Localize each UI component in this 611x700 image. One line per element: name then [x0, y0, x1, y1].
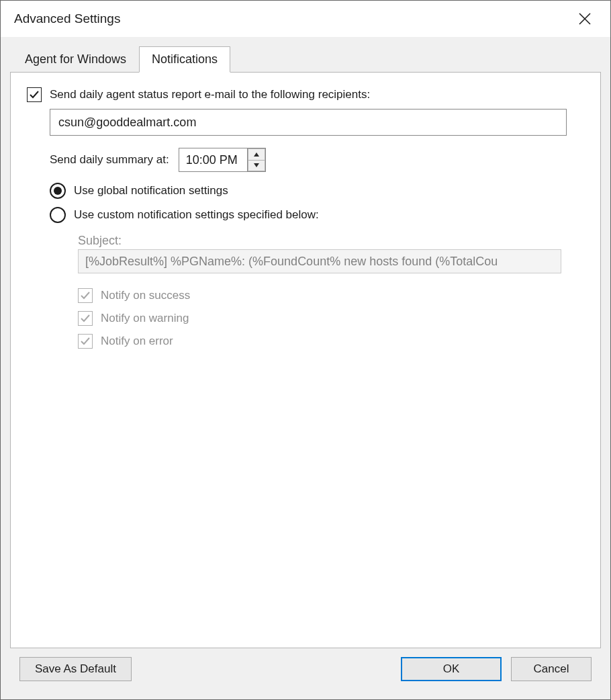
send-report-checkbox[interactable] — [27, 87, 42, 102]
subject-label: Subject: — [78, 234, 584, 248]
radio-custom-label: Use custom notification settings specifi… — [74, 208, 319, 222]
spinner-buttons — [248, 148, 265, 171]
window-title: Advanced Settings — [14, 11, 120, 26]
summary-time-label: Send daily summary at: — [50, 153, 169, 167]
spinner-down-button[interactable] — [248, 160, 265, 172]
send-report-label: Send daily agent status report e-mail to… — [50, 88, 370, 101]
radio-custom-row: Use custom notification settings specifi… — [50, 207, 584, 223]
chevron-up-icon — [254, 152, 259, 157]
cancel-button[interactable]: Cancel — [511, 657, 592, 681]
notify-warning-row: Notify on warning — [78, 311, 584, 326]
chevron-down-icon — [254, 163, 259, 167]
check-icon — [29, 89, 40, 100]
close-icon — [579, 13, 591, 25]
summary-time-spinner[interactable]: 10:00 PM — [179, 148, 266, 172]
notify-warning-checkbox — [78, 311, 93, 326]
content-area: Agent for Windows Notifications Send dai… — [1, 37, 610, 699]
spinner-up-button[interactable] — [248, 148, 265, 160]
titlebar: Advanced Settings — [1, 1, 610, 37]
check-icon — [80, 290, 91, 301]
close-button[interactable] — [571, 5, 598, 32]
dialog-window: Advanced Settings Agent for Windows Noti… — [0, 0, 611, 700]
notifications-panel: Send daily agent status report e-mail to… — [10, 72, 601, 648]
radio-global[interactable] — [50, 183, 66, 199]
ok-button[interactable]: OK — [401, 657, 502, 681]
save-as-default-button[interactable]: Save As Default — [19, 657, 132, 681]
send-report-row: Send daily agent status report e-mail to… — [27, 87, 584, 102]
notify-warning-label: Notify on warning — [101, 312, 189, 325]
subject-input: [%JobResult%] %PGName%: (%FoundCount% ne… — [78, 249, 561, 273]
radio-global-row: Use global notification settings — [50, 183, 584, 199]
notify-success-label: Notify on success — [101, 289, 190, 302]
notify-error-label: Notify on error — [101, 335, 173, 348]
tab-row: Agent for Windows Notifications — [12, 46, 601, 72]
tab-agent-for-windows[interactable]: Agent for Windows — [12, 46, 139, 72]
footer: Save As Default OK Cancel — [10, 648, 601, 690]
check-icon — [80, 336, 91, 347]
radio-custom[interactable] — [50, 207, 66, 223]
tab-notifications[interactable]: Notifications — [139, 46, 230, 73]
notify-error-checkbox — [78, 334, 93, 349]
notify-error-row: Notify on error — [78, 334, 584, 349]
radio-global-label: Use global notification settings — [74, 184, 228, 198]
summary-time-row: Send daily summary at: 10:00 PM — [50, 148, 584, 172]
subject-group: Subject: [%JobResult%] %PGName%: (%Found… — [78, 234, 584, 273]
recipients-input[interactable] — [50, 109, 567, 136]
summary-time-value[interactable]: 10:00 PM — [179, 148, 248, 171]
check-icon — [80, 313, 91, 324]
notify-success-row: Notify on success — [78, 288, 584, 303]
notify-success-checkbox — [78, 288, 93, 303]
